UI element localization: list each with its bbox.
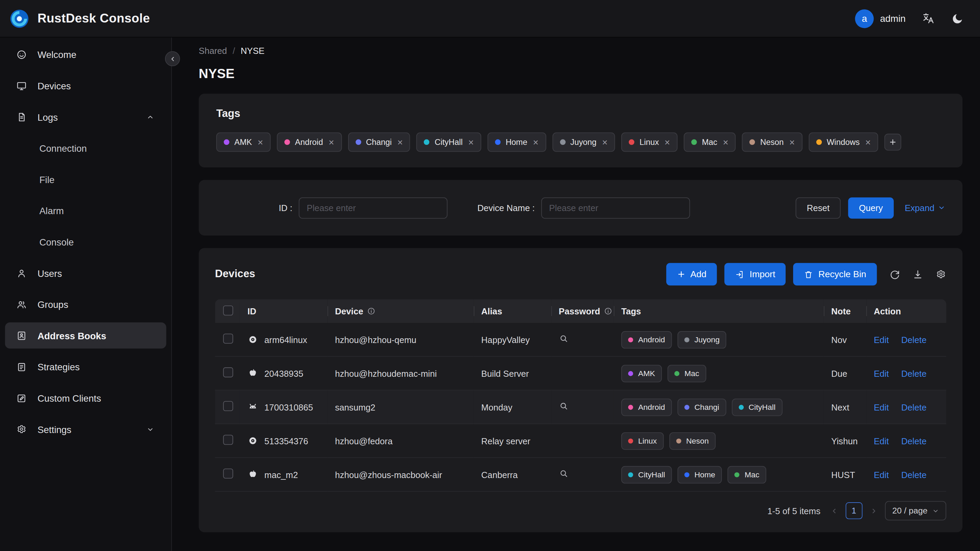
tags-card: Tags AMK × Android × Changi × CityHall ×…	[199, 94, 963, 167]
row-checkbox[interactable]	[223, 435, 233, 444]
device-tag-chip: Mac	[668, 365, 706, 382]
table-header-row: ID Device Alias Password Tags Note Actio…	[215, 299, 946, 323]
sidebar-item-users[interactable]: Users	[5, 260, 166, 286]
sidebar-item-file[interactable]: File	[5, 166, 166, 192]
sidebar-item-devices[interactable]: Devices	[5, 73, 166, 99]
top-bar: RustDesk Console a admin	[0, 0, 980, 38]
device-tags: CityHall Home Mac	[614, 457, 824, 491]
add-device-button[interactable]: Add	[666, 263, 717, 285]
tag-label: CityHall	[748, 403, 775, 412]
info-icon[interactable]	[604, 307, 613, 316]
password-lookup-icon[interactable]	[559, 333, 569, 343]
tag-remove-icon[interactable]: ×	[329, 137, 334, 147]
device-name: hzhou@hzhou-qemu	[327, 323, 474, 356]
delete-link[interactable]: Delete	[901, 402, 926, 412]
table-settings-icon[interactable]	[935, 269, 946, 280]
device-id: 513354376	[264, 436, 308, 446]
device-tag-chip: Neson	[669, 432, 716, 449]
row-checkbox[interactable]	[223, 333, 233, 343]
query-button[interactable]: Query	[848, 197, 893, 218]
tags-list: AMK × Android × Changi × CityHall × Home…	[216, 132, 878, 152]
vertical-align-icon[interactable]	[913, 269, 923, 280]
monitor-icon	[16, 80, 27, 91]
user-menu[interactable]: a admin	[855, 9, 906, 28]
delete-link[interactable]: Delete	[901, 470, 926, 479]
user-icon	[16, 268, 27, 278]
delete-link[interactable]: Delete	[901, 368, 926, 378]
refresh-icon[interactable]	[889, 269, 900, 280]
sidebar-item-address-books[interactable]: Address Books	[5, 322, 166, 349]
android-icon	[248, 402, 258, 412]
delete-link[interactable]: Delete	[901, 436, 926, 446]
device-tag-chip: Home	[678, 466, 722, 483]
reset-button[interactable]: Reset	[795, 197, 841, 218]
edit-link[interactable]: Edit	[873, 470, 889, 479]
column-alias: Alias	[481, 306, 502, 316]
sidebar-collapse-button[interactable]	[165, 51, 180, 66]
tag-chip: Home ×	[488, 132, 546, 152]
sidebar-item-welcome[interactable]: Welcome	[5, 41, 166, 67]
sidebar-item-console[interactable]: Console	[5, 229, 166, 255]
tag-remove-icon[interactable]: ×	[468, 137, 474, 147]
device-tags: Android Juyong	[614, 323, 824, 356]
password-lookup-icon[interactable]	[559, 401, 569, 411]
device-tag-chip: AMK	[621, 365, 662, 382]
tag-chip: Windows ×	[808, 132, 878, 152]
apple-icon	[248, 469, 258, 480]
tag-remove-icon[interactable]: ×	[723, 137, 729, 147]
tag-remove-icon[interactable]: ×	[533, 137, 538, 147]
recycle-bin-button[interactable]: Recycle Bin	[794, 263, 877, 285]
breadcrumb-shared[interactable]: Shared	[199, 46, 227, 56]
edit-link[interactable]: Edit	[873, 334, 889, 344]
page-1-button[interactable]: 1	[845, 502, 862, 519]
sidebar-item-settings[interactable]: Settings	[5, 416, 166, 442]
tag-label: Neson	[686, 436, 709, 445]
device-note: Yishun	[824, 424, 867, 457]
device-name: hzhou@zhous-macbook-air	[327, 457, 474, 491]
page-title: NYSE	[199, 66, 963, 81]
rustdesk-logo-icon	[9, 8, 30, 29]
devices-card: Devices Add Import Recycle Bin	[199, 248, 963, 532]
device-note: Next	[824, 390, 867, 424]
sidebar-item-logs[interactable]: Logs	[5, 104, 166, 130]
sidebar-item-strategies[interactable]: Strategies	[5, 354, 166, 380]
tag-remove-icon[interactable]: ×	[602, 137, 608, 147]
select-all-checkbox[interactable]	[223, 305, 233, 315]
row-checkbox[interactable]	[223, 401, 233, 411]
delete-link[interactable]: Delete	[901, 334, 926, 344]
device-name-input[interactable]	[541, 197, 690, 218]
sidebar-label: Custom Clients	[38, 393, 101, 403]
next-page-button[interactable]	[870, 507, 877, 514]
tag-color-dot	[355, 139, 361, 145]
device-table-row: arm64linux hzhou@hzhou-qemu HappyValley …	[215, 323, 946, 356]
edit-link[interactable]: Edit	[873, 368, 889, 378]
row-checkbox[interactable]	[223, 367, 233, 377]
column-action: Action	[873, 306, 901, 316]
tag-chip: CityHall ×	[417, 132, 482, 152]
tag-remove-icon[interactable]: ×	[865, 137, 871, 147]
device-table-row: 513354376 hzhou@fedora Relay server Linu…	[215, 424, 946, 457]
prev-page-button[interactable]	[830, 507, 838, 514]
sidebar-item-alarm[interactable]: Alarm	[5, 197, 166, 224]
tag-remove-icon[interactable]: ×	[397, 137, 403, 147]
row-checkbox[interactable]	[223, 468, 233, 478]
info-icon[interactable]	[367, 307, 376, 316]
recycle-bin-label: Recycle Bin	[818, 269, 866, 279]
moon-icon[interactable]	[951, 12, 964, 25]
edit-link[interactable]: Edit	[873, 436, 889, 446]
import-button[interactable]: Import	[725, 263, 786, 285]
expand-link[interactable]: Expand	[905, 203, 945, 213]
translate-icon[interactable]	[922, 12, 935, 25]
avatar[interactable]: a	[855, 9, 874, 28]
id-input[interactable]	[299, 197, 447, 218]
password-lookup-icon[interactable]	[559, 468, 569, 478]
tag-remove-icon[interactable]: ×	[665, 137, 670, 147]
edit-link[interactable]: Edit	[873, 402, 889, 412]
tag-remove-icon[interactable]: ×	[789, 137, 795, 147]
tag-remove-icon[interactable]: ×	[258, 137, 263, 147]
sidebar-item-groups[interactable]: Groups	[5, 291, 166, 317]
sidebar-item-connection[interactable]: Connection	[5, 135, 166, 161]
add-tag-button[interactable]	[885, 134, 901, 150]
page-size-select[interactable]: 20 / page	[885, 501, 946, 520]
sidebar-item-custom-clients[interactable]: Custom Clients	[5, 385, 166, 411]
